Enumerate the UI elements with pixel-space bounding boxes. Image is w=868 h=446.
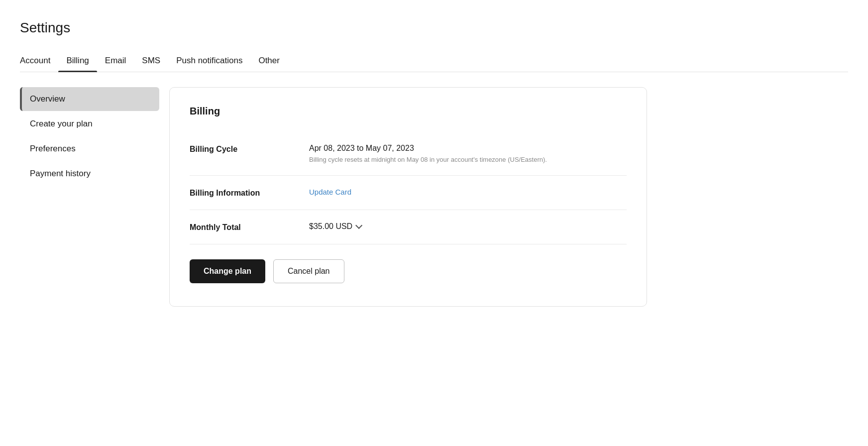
chevron-down-icon	[355, 222, 362, 229]
monthly-total-label: Monthly Total	[190, 222, 309, 232]
page-container: Settings Account Billing Email SMS Push …	[0, 0, 868, 446]
top-nav: Account Billing Email SMS Push notificat…	[20, 50, 848, 72]
monthly-total-row: Monthly Total $35.00 USD	[190, 210, 627, 244]
sidebar-item-overview[interactable]: Overview	[20, 87, 159, 111]
tab-email[interactable]: Email	[97, 50, 134, 72]
billing-card-title: Billing	[190, 106, 627, 117]
tab-sms[interactable]: SMS	[134, 50, 168, 72]
update-card-link[interactable]: Update Card	[309, 188, 351, 196]
billing-cycle-label: Billing Cycle	[190, 144, 309, 154]
billing-cycle-value: Apr 08, 2023 to May 07, 2023 Billing cyc…	[309, 144, 627, 163]
tab-account[interactable]: Account	[20, 50, 58, 72]
monthly-total-dropdown[interactable]: $35.00 USD	[309, 222, 627, 231]
cancel-plan-button[interactable]: Cancel plan	[273, 259, 344, 283]
billing-cycle-row: Billing Cycle Apr 08, 2023 to May 07, 20…	[190, 132, 627, 176]
monthly-total-value: $35.00 USD	[309, 222, 627, 231]
sidebar-item-preferences[interactable]: Preferences	[20, 137, 159, 161]
sidebar-item-create-your-plan[interactable]: Create your plan	[20, 112, 159, 136]
tab-other[interactable]: Other	[250, 50, 288, 72]
content-area: Overview Create your plan Preferences Pa…	[20, 72, 848, 312]
sidebar-item-payment-history[interactable]: Payment history	[20, 162, 159, 186]
page-title: Settings	[20, 20, 848, 36]
monthly-total-amount: $35.00 USD	[309, 222, 352, 231]
billing-information-value: Update Card	[309, 188, 627, 197]
billing-cycle-note: Billing cycle resets at midnight on May …	[309, 156, 627, 163]
billing-cycle-date: Apr 08, 2023 to May 07, 2023	[309, 144, 627, 153]
action-buttons: Change plan Cancel plan	[190, 259, 627, 288]
change-plan-button[interactable]: Change plan	[190, 259, 265, 283]
sidebar: Overview Create your plan Preferences Pa…	[20, 82, 159, 312]
main-content: Billing Billing Cycle Apr 08, 2023 to Ma…	[159, 82, 848, 312]
billing-information-row: Billing Information Update Card	[190, 176, 627, 210]
billing-card: Billing Billing Cycle Apr 08, 2023 to Ma…	[169, 87, 647, 307]
billing-information-label: Billing Information	[190, 188, 309, 198]
tab-billing[interactable]: Billing	[58, 50, 97, 72]
tab-push-notifications[interactable]: Push notifications	[168, 50, 250, 72]
